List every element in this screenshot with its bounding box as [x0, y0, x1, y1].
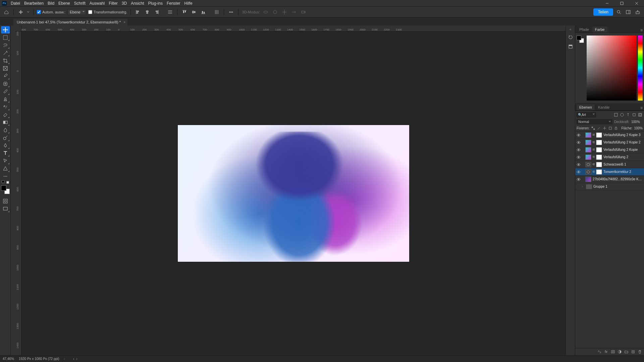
layer-row[interactable]: ⛓Schwarzweiß 1	[575, 161, 644, 168]
align-right-icon[interactable]	[153, 8, 160, 16]
move-tool-icon[interactable]	[17, 8, 24, 16]
layer-row[interactable]: ⛓Verlaufsfüllung 2 Kopie 3	[575, 131, 644, 139]
search-icon[interactable]	[615, 8, 623, 16]
auto-select-mode-dropdown[interactable]: Ebene	[67, 9, 86, 15]
marquee-tool[interactable]	[1, 34, 10, 41]
menu-ansicht[interactable]: Ansicht	[131, 1, 144, 6]
layer-row[interactable]: ⛓Verlaufsfüllung 2 Kopie	[575, 146, 644, 154]
filter-pixel-icon[interactable]	[613, 112, 619, 117]
menu-ebene[interactable]: Ebene	[58, 1, 70, 6]
menu-fenster[interactable]: Fenster	[167, 1, 180, 6]
edit-toolbar-icon[interactable]	[1, 173, 10, 180]
clone-stamp-tool[interactable]	[1, 96, 10, 103]
color-panel-menu-icon[interactable]: ≡	[640, 28, 643, 33]
lock-pixels-icon[interactable]	[597, 126, 601, 130]
doc-info[interactable]: 1920 Px x 1080 Px (72 ppi)	[19, 357, 59, 361]
menu-bearbeiten[interactable]: Bearbeiten	[24, 1, 44, 6]
lock-position-icon[interactable]	[602, 126, 606, 130]
zoom-level[interactable]: 47,46%	[3, 357, 14, 361]
gradient-tool[interactable]	[1, 119, 10, 126]
lasso-tool[interactable]	[1, 42, 10, 49]
filter-type-icon[interactable]: T	[626, 112, 631, 117]
share-button[interactable]: Teilen	[593, 8, 613, 16]
type-tool[interactable]	[1, 149, 10, 157]
panel-color-swatches[interactable]	[577, 36, 584, 43]
expand-group-icon[interactable]: ›	[582, 185, 586, 188]
menu-plug-ins[interactable]: Plug-ins	[148, 1, 163, 6]
lock-transparent-icon[interactable]	[591, 126, 595, 130]
opacity-value[interactable]: 100%	[631, 120, 643, 124]
blend-mode-dropdown[interactable]: Normal	[577, 119, 612, 124]
prev-doc-icon[interactable]: ‹	[73, 357, 74, 361]
align-bottom-icon[interactable]	[200, 8, 207, 16]
color-swatches[interactable]	[1, 185, 10, 194]
layer-row[interactable]: ›Gruppe 1	[575, 183, 644, 190]
blur-tool[interactable]	[1, 126, 10, 134]
more-align-icon[interactable]	[227, 8, 235, 16]
fill-value[interactable]: 100%	[634, 126, 643, 130]
align-hcenter-icon[interactable]	[144, 8, 151, 16]
layer-row[interactable]: 27b0480a7f4882...82990c0e Kopie	[575, 176, 644, 183]
distribute-icon[interactable]	[166, 8, 174, 16]
visibility-toggle-icon[interactable]	[575, 148, 582, 152]
eraser-tool[interactable]	[1, 111, 10, 118]
maximize-button[interactable]	[616, 0, 627, 7]
align-top-icon[interactable]	[181, 8, 188, 16]
visibility-toggle-icon[interactable]	[575, 177, 582, 181]
layer-fx-icon[interactable]: fx	[604, 350, 608, 354]
horizontal-ruler[interactable]: 8007006005004003002001000100200300400500…	[21, 25, 566, 32]
tab-farbe[interactable]: Farbe	[592, 26, 607, 33]
layer-row[interactable]: ⛓Verlaufsfüllung 2 Kopie 2	[575, 139, 644, 146]
lock-artboard-icon[interactable]	[608, 126, 612, 130]
shape-tool[interactable]	[1, 165, 10, 172]
visibility-toggle-icon[interactable]	[575, 163, 582, 167]
layer-row[interactable]: ⛓Tonwertkorrektur 2	[575, 168, 644, 176]
next-doc-icon[interactable]: ›	[76, 357, 77, 361]
new-group-icon[interactable]	[624, 350, 629, 354]
properties-panel-icon[interactable]	[567, 43, 574, 50]
transform-controls-checkbox[interactable]: Transformationsstrg.	[88, 10, 127, 14]
magic-wand-tool[interactable]	[1, 49, 10, 57]
tab-kanale[interactable]: Kanäle	[595, 104, 612, 110]
tab-ebenen[interactable]: Ebenen	[577, 104, 595, 110]
move-tool[interactable]	[1, 26, 10, 34]
menu-schrift[interactable]: Schrift	[74, 1, 86, 6]
align-left-icon[interactable]	[134, 8, 142, 16]
new-layer-icon[interactable]	[631, 350, 635, 354]
filter-adjust-icon[interactable]	[620, 112, 625, 117]
visibility-toggle-icon[interactable]	[575, 133, 582, 137]
export-icon[interactable]	[634, 8, 641, 16]
menu-datei[interactable]: Datei	[11, 1, 20, 6]
history-brush-tool[interactable]	[1, 103, 10, 111]
add-mask-icon[interactable]	[610, 350, 615, 354]
vertical-ruler[interactable]: 2001000100200300400500600700800900100011…	[15, 32, 21, 355]
dodge-tool[interactable]	[1, 134, 10, 141]
new-adjustment-icon[interactable]	[617, 350, 622, 354]
history-panel-icon[interactable]	[567, 34, 574, 41]
lock-all-icon[interactable]	[614, 126, 618, 130]
menu-filter[interactable]: Filter	[109, 1, 118, 6]
auto-select-checkbox[interactable]: Autom. ausw.:	[37, 10, 65, 14]
color-field[interactable]	[587, 36, 637, 101]
healing-brush-tool[interactable]	[1, 80, 10, 87]
screen-mode-icon[interactable]	[1, 205, 10, 213]
default-colors-icon[interactable]: ⇄	[1, 180, 10, 184]
filter-shape-icon[interactable]	[632, 112, 637, 117]
frame-tool[interactable]	[1, 65, 10, 72]
layer-row[interactable]: ⛓Verlaufsfüllung 2	[575, 154, 644, 161]
document-canvas[interactable]	[178, 125, 409, 262]
tool-preset-dropdown[interactable]	[26, 8, 30, 16]
close-window-button[interactable]	[631, 0, 642, 7]
visibility-toggle-icon[interactable]	[575, 140, 582, 144]
crop-tool[interactable]	[1, 57, 10, 64]
ruler-origin[interactable]	[15, 25, 21, 32]
menu-bild[interactable]: Bild	[48, 1, 54, 6]
brush-tool[interactable]	[1, 88, 10, 95]
delete-layer-icon[interactable]	[637, 350, 642, 354]
document-tab[interactable]: Unbenannt-1 bei 47,5% (Tonwertkorrektur …	[13, 19, 127, 25]
path-selection-tool[interactable]	[1, 157, 10, 165]
tab-pfade[interactable]: Pfade	[577, 26, 592, 33]
distribute-v-icon[interactable]	[213, 8, 220, 16]
eyedropper-tool[interactable]	[1, 72, 10, 80]
menu-3d[interactable]: 3D	[122, 1, 127, 6]
